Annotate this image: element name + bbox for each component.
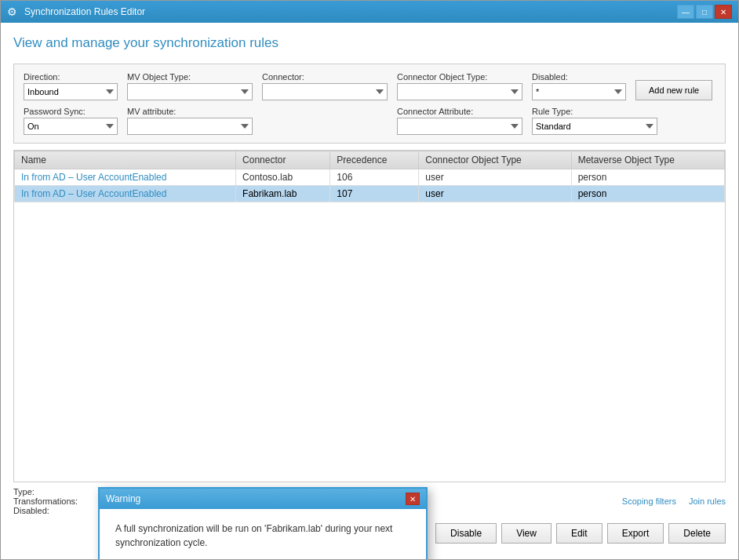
cell-connector-object-type: user bbox=[419, 169, 571, 186]
filter-row-1: Direction: Inbound Outbound MV Object Ty… bbox=[24, 72, 715, 100]
bottom-links: Scoping filters Join rules bbox=[622, 496, 726, 506]
export-button[interactable]: Export bbox=[607, 523, 664, 544]
direction-group: Direction: Inbound Outbound bbox=[24, 72, 118, 100]
connector-attribute-group: Connector Attribute: bbox=[397, 107, 522, 135]
connector-attribute-select[interactable] bbox=[397, 118, 522, 135]
mv-attribute-label: MV attribute: bbox=[127, 107, 253, 116]
mv-attribute-group: MV attribute: bbox=[127, 107, 253, 135]
add-new-rule-button[interactable]: Add new rule bbox=[635, 80, 712, 100]
view-button[interactable]: View bbox=[501, 523, 552, 544]
password-sync-select[interactable]: On Off bbox=[24, 118, 118, 135]
table-row[interactable]: In from AD – User AccountEnabled Contoso… bbox=[15, 169, 725, 186]
table-section: Name Connector Precedence Connector Obje… bbox=[13, 150, 726, 547]
direction-label: Direction: bbox=[24, 72, 118, 82]
mv-attribute-select[interactable] bbox=[127, 118, 253, 135]
type-label: Type: bbox=[13, 487, 35, 496]
type-info: Type: bbox=[13, 487, 78, 496]
mv-object-type-select[interactable] bbox=[127, 83, 253, 100]
connector-attribute-label: Connector Attribute: bbox=[397, 107, 522, 116]
rule-link[interactable]: In from AD – User AccountEnabled bbox=[21, 188, 166, 199]
dialog-title-bar: Warning ✕ bbox=[100, 489, 426, 509]
disabled-info: Disabled: bbox=[13, 506, 78, 515]
title-bar: ⚙ Synchronization Rules Editor — □ ✕ bbox=[1, 1, 738, 23]
password-sync-label: Password Sync: bbox=[24, 107, 118, 116]
rules-table-container: Name Connector Precedence Connector Obje… bbox=[13, 150, 726, 482]
cell-precedence: 106 bbox=[330, 169, 419, 186]
page-title: View and manage your synchronization rul… bbox=[13, 35, 726, 51]
minimize-button[interactable]: — bbox=[677, 5, 694, 19]
connector-object-type-group: Connector Object Type: bbox=[397, 72, 522, 100]
rule-type-label: Rule Type: bbox=[532, 107, 657, 116]
connector-select[interactable] bbox=[262, 83, 388, 100]
edit-button[interactable]: Edit bbox=[556, 523, 602, 544]
col-header-metaverse-object-type: Metaverse Object Type bbox=[571, 151, 724, 169]
connector-group: Connector: bbox=[262, 72, 388, 100]
rule-link[interactable]: In from AD – User AccountEnabled bbox=[21, 172, 166, 183]
transformations-info: Transformations: bbox=[13, 496, 78, 506]
cell-precedence: 107 bbox=[330, 186, 419, 202]
app-icon: ⚙ bbox=[7, 5, 20, 18]
rules-table: Name Connector Precedence Connector Obje… bbox=[14, 151, 725, 202]
col-header-connector-object-type: Connector Object Type bbox=[419, 151, 571, 169]
dialog-title: Warning bbox=[106, 493, 140, 504]
filter-area: Direction: Inbound Outbound MV Object Ty… bbox=[13, 64, 726, 144]
disable-button[interactable]: Disable bbox=[435, 523, 497, 544]
main-window: ⚙ Synchronization Rules Editor — □ ✕ Vie… bbox=[0, 0, 739, 560]
window-title: Synchronization Rules Editor bbox=[24, 6, 145, 17]
title-bar-left: ⚙ Synchronization Rules Editor bbox=[7, 5, 145, 18]
delete-button[interactable]: Delete bbox=[668, 523, 726, 544]
dialog-close-button[interactable]: ✕ bbox=[406, 493, 420, 505]
title-bar-controls: — □ ✕ bbox=[677, 5, 732, 19]
cell-connector: Fabrikam.lab bbox=[236, 186, 330, 202]
warning-dialog: Warning ✕ A full synchronization will be… bbox=[98, 487, 428, 559]
join-rules-link[interactable]: Join rules bbox=[689, 496, 726, 506]
cell-name: In from AD – User AccountEnabled bbox=[15, 186, 236, 202]
dialog-body: A full synchronization will be run on 'F… bbox=[100, 509, 426, 559]
transformations-label: Transformations: bbox=[13, 496, 78, 506]
mv-object-type-label: MV Object Type: bbox=[127, 72, 253, 82]
cell-connector: Contoso.lab bbox=[236, 169, 330, 186]
col-header-name: Name bbox=[15, 151, 236, 169]
mv-object-type-group: MV Object Type: bbox=[127, 72, 253, 100]
cell-metaverse-object-type: person bbox=[571, 169, 724, 186]
rule-type-group: Rule Type: Standard Expression bbox=[532, 107, 657, 135]
cell-connector-object-type: user bbox=[419, 186, 571, 202]
filter-row-2: Password Sync: On Off MV attribute: Conn… bbox=[24, 107, 715, 135]
col-header-connector: Connector bbox=[236, 151, 330, 169]
direction-select[interactable]: Inbound Outbound bbox=[24, 83, 118, 100]
scoping-filters-link[interactable]: Scoping filters bbox=[622, 496, 676, 506]
cell-name: In from AD – User AccountEnabled bbox=[15, 169, 236, 186]
connector-object-type-label: Connector Object Type: bbox=[397, 72, 522, 82]
main-content: View and manage your synchronization rul… bbox=[1, 23, 738, 559]
table-header-row: Name Connector Precedence Connector Obje… bbox=[15, 151, 725, 169]
password-sync-group: Password Sync: On Off bbox=[24, 107, 118, 135]
bottom-labels: Type: Transformations: Disabled: bbox=[13, 487, 78, 515]
connector-label: Connector: bbox=[262, 72, 388, 82]
table-row[interactable]: In from AD – User AccountEnabled Fabrika… bbox=[15, 186, 725, 202]
disabled-group: Disabled: * Yes No bbox=[532, 72, 626, 100]
disabled-label: Disabled: bbox=[532, 72, 626, 82]
disabled-info-label: Disabled: bbox=[13, 506, 49, 515]
close-button[interactable]: ✕ bbox=[715, 5, 732, 19]
disabled-select[interactable]: * Yes No bbox=[532, 83, 626, 100]
dialog-message: A full synchronization will be run on 'F… bbox=[115, 523, 392, 548]
maximize-button[interactable]: □ bbox=[696, 5, 713, 19]
rule-type-select[interactable]: Standard Expression bbox=[532, 118, 657, 135]
cell-metaverse-object-type: person bbox=[571, 186, 724, 202]
connector-object-type-select[interactable] bbox=[397, 83, 522, 100]
col-header-precedence: Precedence bbox=[330, 151, 419, 169]
